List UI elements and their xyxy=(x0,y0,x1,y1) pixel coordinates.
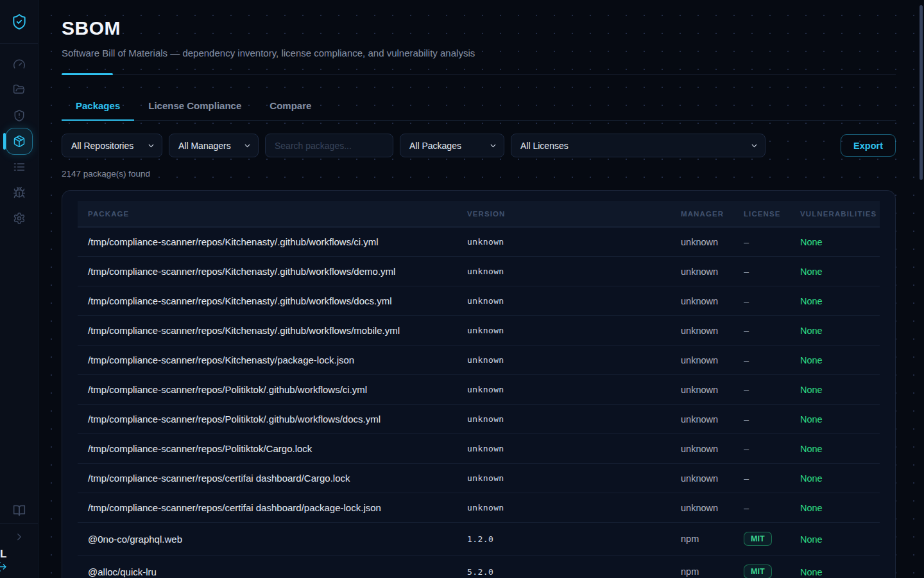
vulnerability-status: None xyxy=(800,405,880,434)
package-version: 1.2.0 xyxy=(467,523,681,556)
manager-select[interactable]: All Managers xyxy=(169,134,258,157)
vulnerability-status: None xyxy=(800,257,880,286)
package-license: – xyxy=(744,227,800,257)
package-license: – xyxy=(744,434,800,464)
gauge-icon xyxy=(13,58,26,71)
table-row: /tmp/compliance-scanner/repos/certifai d… xyxy=(78,493,880,523)
bug-icon xyxy=(13,186,26,199)
sidebar-item-settings[interactable] xyxy=(0,206,38,231)
vulnerability-none-label: None xyxy=(800,567,823,577)
main-content: SBOM Software Bill of Materials — depend… xyxy=(38,0,924,578)
filter-bar: All Repositories All Managers All Packag… xyxy=(62,134,896,157)
package-manager: unknown xyxy=(681,405,744,434)
export-button[interactable]: Export xyxy=(841,134,896,157)
sidebar-item-inventory[interactable] xyxy=(0,154,38,180)
package-name: /tmp/compliance-scanner/repos/Politiktok… xyxy=(78,375,467,405)
folder-open-icon xyxy=(13,83,26,96)
package-filter: All Packages xyxy=(400,134,504,157)
vulnerability-none-label: None xyxy=(800,385,823,395)
vulnerability-status: None xyxy=(800,375,880,405)
package-license: – xyxy=(744,493,800,523)
vulnerability-none-label: None xyxy=(800,414,823,425)
table-row: /tmp/compliance-scanner/repos/Politiktok… xyxy=(78,375,880,405)
packages-table: Package Version Manager License Vulnerab… xyxy=(78,201,880,578)
sidebar-item-dashboard[interactable] xyxy=(0,51,38,77)
sidebar-item-repositories[interactable] xyxy=(0,77,38,103)
repository-select[interactable]: All Repositories xyxy=(62,134,162,157)
package-name: /tmp/compliance-scanner/repos/certifai d… xyxy=(78,464,467,493)
package-name: /tmp/compliance-scanner/repos/Kitchenast… xyxy=(78,257,467,286)
package-license: – xyxy=(744,405,800,434)
license-select[interactable]: All Licenses xyxy=(511,134,765,157)
package-name: @0no-co/graphql.web xyxy=(78,523,467,556)
package-manager: unknown xyxy=(681,464,744,493)
vulnerability-none-label: None xyxy=(800,534,823,545)
license-badge: MIT xyxy=(744,565,772,578)
package-name: /tmp/compliance-scanner/repos/Kitchenast… xyxy=(78,286,467,316)
table-row: /tmp/compliance-scanner/repos/Politiktok… xyxy=(78,405,880,434)
vulnerability-status: None xyxy=(800,493,880,523)
vulnerability-status: None xyxy=(800,346,880,375)
package-version: unknown xyxy=(467,434,681,464)
vulnerability-status: None xyxy=(800,227,880,257)
table-row: /tmp/compliance-scanner/repos/Kitchenast… xyxy=(78,257,880,286)
license-filter: All Licenses xyxy=(511,134,766,157)
package-manager: unknown xyxy=(681,493,744,523)
package-name: @alloc/quick-lru xyxy=(78,556,467,578)
package-version: unknown xyxy=(467,346,681,375)
package-manager: unknown xyxy=(681,375,744,405)
page-title: SBOM xyxy=(62,17,896,39)
package-version: unknown xyxy=(467,257,681,286)
tab-license-compliance[interactable]: License Compliance xyxy=(134,92,255,121)
table-row: /tmp/compliance-scanner/repos/Kitchenast… xyxy=(78,286,880,316)
sidebar-item-docs[interactable] xyxy=(0,498,38,523)
column-header-vulnerabilities: Vulnerabilities xyxy=(800,201,880,227)
table-row: @0no-co/graphql.web1.2.0npmMITNone xyxy=(78,523,880,556)
tab-compare[interactable]: Compare xyxy=(255,92,325,121)
logout-clipped-label: L xyxy=(0,548,6,561)
package-license: – xyxy=(744,316,800,346)
sidebar: L xyxy=(0,0,38,578)
vulnerability-status: None xyxy=(800,316,880,346)
page-subtitle: Software Bill of Materials — dependency … xyxy=(62,48,896,58)
package-name: /tmp/compliance-scanner/repos/Kitchenast… xyxy=(78,227,467,257)
vulnerability-status: None xyxy=(800,434,880,464)
package-name: /tmp/compliance-scanner/repos/Kitchenast… xyxy=(78,346,467,375)
column-header-license: License xyxy=(744,201,800,227)
package-select[interactable]: All Packages xyxy=(400,134,504,157)
packages-table-card: Package Version Manager License Vulnerab… xyxy=(62,190,896,578)
vulnerability-none-label: None xyxy=(800,503,823,513)
package-license: – xyxy=(744,464,800,493)
sidebar-item-sbom[interactable] xyxy=(0,128,38,154)
search-input[interactable] xyxy=(265,134,393,157)
vulnerability-status: None xyxy=(800,464,880,493)
sidebar-item-security[interactable] xyxy=(0,103,38,128)
vulnerability-none-label: None xyxy=(800,237,823,247)
package-license: MIT xyxy=(744,556,800,578)
package-version: unknown xyxy=(467,227,681,257)
column-header-version: Version xyxy=(467,201,681,227)
package-manager: npm xyxy=(681,556,744,578)
package-license: – xyxy=(744,286,800,316)
logout-item[interactable]: L xyxy=(0,549,38,576)
vulnerability-none-label: None xyxy=(800,296,823,306)
chevron-right-icon xyxy=(13,531,25,543)
table-row: /tmp/compliance-scanner/repos/Politiktok… xyxy=(78,434,880,464)
package-icon xyxy=(6,128,33,155)
table-row: /tmp/compliance-scanner/repos/certifai d… xyxy=(78,464,880,493)
tab-packages[interactable]: Packages xyxy=(62,92,134,121)
package-name: /tmp/compliance-scanner/repos/Politiktok… xyxy=(78,405,467,434)
package-license: – xyxy=(744,375,800,405)
app-logo[interactable] xyxy=(0,0,38,44)
scrollbar-thumb[interactable] xyxy=(920,5,923,180)
package-version: unknown xyxy=(467,375,681,405)
title-divider xyxy=(62,73,896,75)
sidebar-collapse-button[interactable] xyxy=(0,524,38,550)
package-license: – xyxy=(744,346,800,375)
column-header-manager: Manager xyxy=(681,201,744,227)
sidebar-item-issues[interactable] xyxy=(0,180,38,206)
book-open-icon xyxy=(13,504,26,517)
vulnerability-status: None xyxy=(800,556,880,578)
package-version: unknown xyxy=(467,405,681,434)
package-manager: unknown xyxy=(681,257,744,286)
